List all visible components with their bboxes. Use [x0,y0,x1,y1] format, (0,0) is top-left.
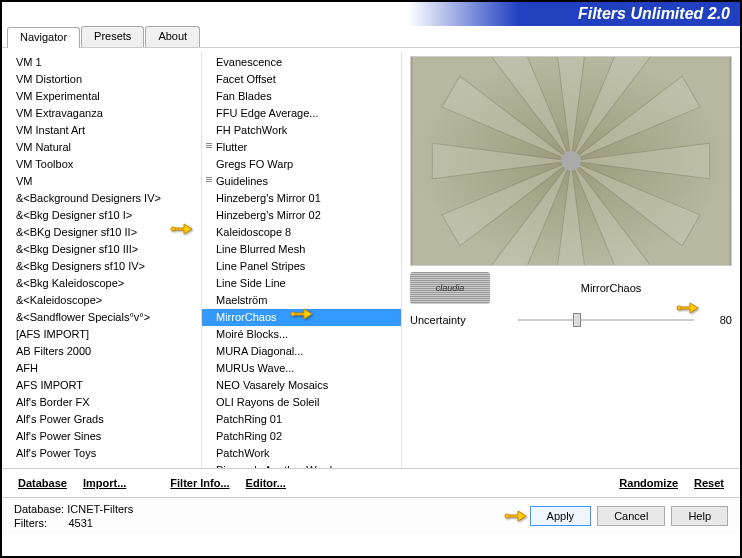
category-column: VM 1VM DistortionVM ExperimentalVM Extra… [2,52,202,468]
right-panel: claudia MirrorChaos Uncertainty80 [402,52,740,468]
list-item[interactable]: Gregs FO Warp [202,156,401,173]
list-item[interactable]: &<Kaleidoscope> [2,292,201,309]
apply-button[interactable]: Apply [530,506,592,526]
svg-point-1 [291,312,295,316]
list-item[interactable]: VM Toolbox [2,156,201,173]
db-label: Database: [14,503,64,515]
svg-point-3 [561,151,581,171]
list-item[interactable]: Fan Blades [202,88,401,105]
database-link[interactable]: Database [14,475,71,491]
list-item[interactable]: Line Side Line [202,275,401,292]
list-item[interactable]: PatchRing 01 [202,411,401,428]
filters-count-label: Filters: [14,517,47,529]
dialog-buttons: Apply Cancel Help [530,506,728,526]
param-slider[interactable] [518,319,694,321]
selected-filter-name: MirrorChaos [490,282,732,294]
filter-list[interactable]: EvanescenceFacet OffsetFan BladesFFU Edg… [202,52,401,468]
list-item[interactable]: Hinzeberg's Mirror 02 [202,207,401,224]
list-item[interactable]: &<Background Designers IV> [2,190,201,207]
list-item[interactable]: VM Distortion [2,71,201,88]
editor-link[interactable]: Editor... [242,475,290,491]
list-item[interactable]: Evanescence [202,54,401,71]
list-item[interactable]: OLI Rayons de Soleil [202,394,401,411]
pointer-icon [170,219,194,237]
list-item[interactable]: &<Sandflower Specials°v°> [2,309,201,326]
preview-area [410,56,732,266]
list-item[interactable]: FFU Edge Average... [202,105,401,122]
list-item[interactable]: NEO Vasarely Mosaics [202,377,401,394]
randomize-link[interactable]: Randomize [615,475,682,491]
list-item[interactable]: Flutter [202,139,401,156]
param-value: 80 [702,314,732,326]
window-title: Filters Unlimited 2.0 [578,5,730,23]
import-link[interactable]: Import... [79,475,130,491]
cancel-button[interactable]: Cancel [597,506,665,526]
svg-point-4 [677,306,681,310]
tab-presets[interactable]: Presets [81,26,144,47]
list-item[interactable]: Moiré Blocks... [202,326,401,343]
toolbar: Database Import... Filter Info... Editor… [2,468,740,497]
list-item[interactable]: Picasso's Another Word... [202,462,401,468]
list-item[interactable]: PatchRing 02 [202,428,401,445]
list-item[interactable]: FH PatchWork [202,122,401,139]
list-item[interactable]: Guidelines [202,173,401,190]
pointer-icon [504,506,528,524]
list-item[interactable]: Line Panel Stripes [202,258,401,275]
slider-thumb[interactable] [573,313,581,327]
svg-point-5 [505,514,509,518]
list-item[interactable]: &<Bkg Kaleidoscope> [2,275,201,292]
status-left: Database: ICNET-Filters Filters: 4531 [14,502,133,530]
list-item[interactable]: VM [2,173,201,190]
title-bar: Filters Unlimited 2.0 [2,2,740,26]
filters-count-value: 4531 [68,517,92,529]
list-item[interactable]: MURUs Wave... [202,360,401,377]
svg-point-0 [171,227,175,231]
list-item[interactable]: Kaleidoscope 8 [202,224,401,241]
list-item[interactable]: Alf's Border FX [2,394,201,411]
main-area: VM 1VM DistortionVM ExperimentalVM Extra… [2,48,740,468]
list-item[interactable]: VM 1 [2,54,201,71]
tab-navigator[interactable]: Navigator [7,27,80,48]
list-item[interactable]: AFS IMPORT [2,377,201,394]
list-item[interactable]: VM Instant Art [2,122,201,139]
param-label: Uncertainty [410,314,510,326]
list-item[interactable]: PatchWork [202,445,401,462]
list-item[interactable]: Alf's Power Toys [2,445,201,462]
parameters-area: Uncertainty80 [410,314,732,464]
list-item[interactable]: Alf's Power Grads [2,411,201,428]
pointer-icon [676,298,700,316]
filter-column: EvanescenceFacet OffsetFan BladesFFU Edg… [202,52,402,468]
db-value: ICNET-Filters [67,503,133,515]
list-item[interactable]: VM Natural [2,139,201,156]
list-item[interactable]: Facet Offset [202,71,401,88]
list-item[interactable]: &<Bkg Designers sf10 IV> [2,258,201,275]
list-item[interactable]: MURA Diagonal... [202,343,401,360]
list-item[interactable]: AFH [2,360,201,377]
list-item[interactable]: [AFS IMPORT] [2,326,201,343]
tab-about[interactable]: About [145,26,200,47]
list-item[interactable]: Alf's Power Sines [2,428,201,445]
watermark-badge: claudia [410,272,490,304]
list-item[interactable]: Line Blurred Mesh [202,241,401,258]
pointer-icon [290,304,314,322]
help-button[interactable]: Help [671,506,728,526]
list-item[interactable]: &<Bkg Designer sf10 III> [2,241,201,258]
filterinfo-link[interactable]: Filter Info... [166,475,233,491]
list-item[interactable]: VM Experimental [2,88,201,105]
tab-strip: NavigatorPresetsAbout [2,26,740,48]
category-list[interactable]: VM 1VM DistortionVM ExperimentalVM Extra… [2,52,201,468]
list-item[interactable]: Hinzeberg's Mirror 01 [202,190,401,207]
list-item[interactable]: AB Filters 2000 [2,343,201,360]
list-item[interactable]: VM Extravaganza [2,105,201,122]
status-bar: Database: ICNET-Filters Filters: 4531 Ap… [2,497,740,534]
reset-link[interactable]: Reset [690,475,728,491]
